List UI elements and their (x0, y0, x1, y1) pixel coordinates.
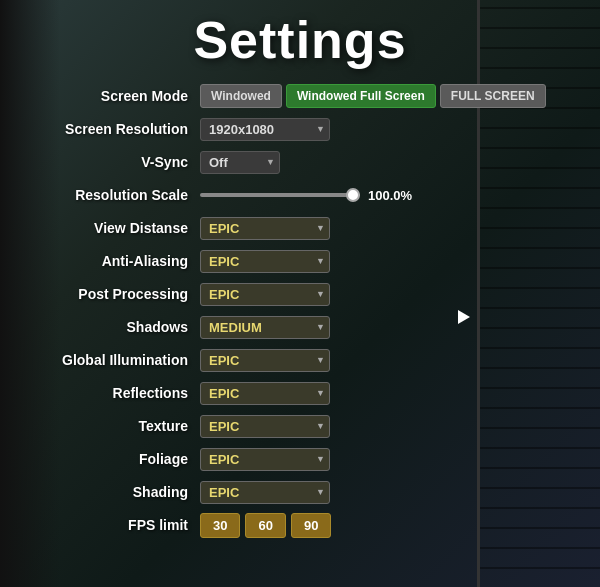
texture-dropdown-wrapper: EPICHIGHMEDIUMLOW (200, 415, 330, 438)
post-processing-dropdown-wrapper: EPICHIGHMEDIUMLOW (200, 283, 330, 306)
foliage-label: Foliage (40, 451, 200, 467)
screen-resolution-label: Screen Resolution (40, 121, 200, 137)
global-illumination-dropdown[interactable]: EPICHIGHMEDIUMLOW (200, 349, 330, 372)
resolution-dropdown-wrapper: 1920x1080 1280x720 2560x1440 (200, 118, 330, 141)
foliage-control: EPICHIGHMEDIUMLOW (200, 448, 560, 471)
texture-dropdown[interactable]: EPICHIGHMEDIUMLOW (200, 415, 330, 438)
vsync-row: V-Sync Off On (40, 148, 560, 176)
texture-row: Texture EPICHIGHMEDIUMLOW (40, 412, 560, 440)
anti-aliasing-label: Anti-Aliasing (40, 253, 200, 269)
foliage-row: Foliage EPICHIGHMEDIUMLOW (40, 445, 560, 473)
anti-aliasing-dropdown[interactable]: EPICHIGHMEDIUMLOW (200, 250, 330, 273)
shading-dropdown-wrapper: EPICHIGHMEDIUMLOW (200, 481, 330, 504)
view-distance-dropdown-wrapper: EPICHIGHMEDIUMLOW (200, 217, 330, 240)
view-distance-row: View Distanse EPICHIGHMEDIUMLOW (40, 214, 560, 242)
resolution-scale-label: Resolution Scale (40, 187, 200, 203)
shading-control: EPICHIGHMEDIUMLOW (200, 481, 560, 504)
shadows-dropdown-wrapper: MEDIUMEPICHIGHLOW (200, 316, 330, 339)
fps-limit-label: FPS limit (40, 517, 200, 533)
view-distance-label: View Distanse (40, 220, 200, 236)
resolution-dropdown[interactable]: 1920x1080 1280x720 2560x1440 (200, 118, 330, 141)
shadows-control: MEDIUMEPICHIGHLOW (200, 316, 560, 339)
anti-aliasing-row: Anti-Aliasing EPICHIGHMEDIUMLOW (40, 247, 560, 275)
shadows-dropdown[interactable]: MEDIUMEPICHIGHLOW (200, 316, 330, 339)
post-processing-dropdown[interactable]: EPICHIGHMEDIUMLOW (200, 283, 330, 306)
fps-60-button[interactable]: 60 (245, 513, 285, 538)
foliage-dropdown-wrapper: EPICHIGHMEDIUMLOW (200, 448, 330, 471)
post-processing-control: EPICHIGHMEDIUMLOW (200, 283, 560, 306)
page-title: Settings (193, 10, 406, 70)
post-processing-row: Post Processing EPICHIGHMEDIUMLOW (40, 280, 560, 308)
global-illumination-dropdown-wrapper: EPICHIGHMEDIUMLOW (200, 349, 330, 372)
windowed-fullscreen-button[interactable]: Windowed Full Screen (286, 84, 436, 108)
shadows-row: Shadows MEDIUMEPICHIGHLOW (40, 313, 560, 341)
reflections-control: EPICHIGHMEDIUMLOW (200, 382, 560, 405)
shading-label: Shading (40, 484, 200, 500)
global-illumination-row: Global Illumination EPICHIGHMEDIUMLOW (40, 346, 560, 374)
fps-limit-control: 30 60 90 (200, 513, 560, 538)
screen-mode-label: Screen Mode (40, 88, 200, 104)
reflections-label: Reflections (40, 385, 200, 401)
screen-resolution-control: 1920x1080 1280x720 2560x1440 (200, 118, 560, 141)
vsync-dropdown[interactable]: Off On (200, 151, 280, 174)
shading-row: Shading EPICHIGHMEDIUMLOW (40, 478, 560, 506)
screen-mode-row: Screen Mode Windowed Windowed Full Scree… (40, 82, 560, 110)
vsync-label: V-Sync (40, 154, 200, 170)
texture-label: Texture (40, 418, 200, 434)
resolution-scale-control: 100.0% (200, 188, 560, 203)
foliage-dropdown[interactable]: EPICHIGHMEDIUMLOW (200, 448, 330, 471)
vsync-control: Off On (200, 151, 560, 174)
post-processing-label: Post Processing (40, 286, 200, 302)
fullscreen-button[interactable]: FULL SCREEN (440, 84, 546, 108)
anti-aliasing-control: EPICHIGHMEDIUMLOW (200, 250, 560, 273)
mouse-cursor (458, 310, 470, 324)
reflections-dropdown[interactable]: EPICHIGHMEDIUMLOW (200, 382, 330, 405)
vsync-dropdown-wrapper: Off On (200, 151, 280, 174)
texture-control: EPICHIGHMEDIUMLOW (200, 415, 560, 438)
fps-90-button[interactable]: 90 (291, 513, 331, 538)
global-illumination-control: EPICHIGHMEDIUMLOW (200, 349, 560, 372)
shadows-label: Shadows (40, 319, 200, 335)
screen-mode-control: Windowed Windowed Full Screen FULL SCREE… (200, 84, 560, 108)
anti-aliasing-dropdown-wrapper: EPICHIGHMEDIUMLOW (200, 250, 330, 273)
resolution-scale-value: 100.0% (368, 188, 412, 203)
global-illumination-label: Global Illumination (40, 352, 200, 368)
reflections-dropdown-wrapper: EPICHIGHMEDIUMLOW (200, 382, 330, 405)
shading-dropdown[interactable]: EPICHIGHMEDIUMLOW (200, 481, 330, 504)
screen-resolution-row: Screen Resolution 1920x1080 1280x720 256… (40, 115, 560, 143)
windowed-button[interactable]: Windowed (200, 84, 282, 108)
settings-grid: Screen Mode Windowed Windowed Full Scree… (40, 82, 560, 539)
resolution-scale-row: Resolution Scale 100.0% (40, 181, 560, 209)
fps-30-button[interactable]: 30 (200, 513, 240, 538)
reflections-row: Reflections EPICHIGHMEDIUMLOW (40, 379, 560, 407)
fps-limit-row: FPS limit 30 60 90 (40, 511, 560, 539)
resolution-scale-slider[interactable] (200, 193, 360, 197)
view-distance-control: EPICHIGHMEDIUMLOW (200, 217, 560, 240)
view-distance-dropdown[interactable]: EPICHIGHMEDIUMLOW (200, 217, 330, 240)
